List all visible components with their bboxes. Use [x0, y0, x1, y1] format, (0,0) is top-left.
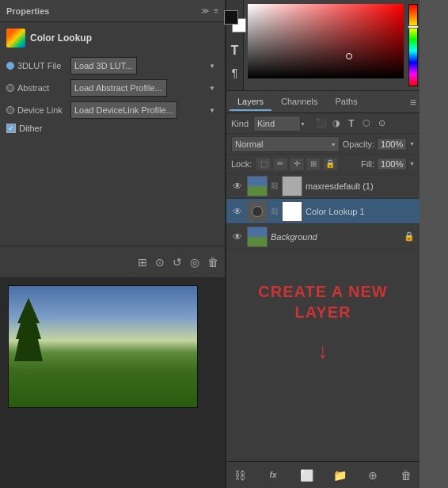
layer-mask-thumbnail	[282, 176, 302, 196]
3dlut-select[interactable]: Load 3D LUT...	[70, 57, 137, 74]
layers-tabs: Layers Channels Paths ≡	[226, 91, 420, 113]
layer-row[interactable]: 👁 ⛓ maxresdefault (1)	[226, 173, 420, 199]
lock-artboards-icon[interactable]: ⊞	[306, 158, 321, 170]
fill-arrow-icon[interactable]: ▼	[409, 161, 415, 166]
opacity-value[interactable]: 100%	[377, 138, 407, 151]
layer-visibility-toggle[interactable]: 👁	[231, 231, 244, 243]
layer-thumbnail	[247, 201, 268, 222]
smart-object-filter-icon[interactable]: ⊙	[375, 117, 388, 130]
fg-bg-squares[interactable]	[224, 10, 246, 32]
type-tool-icon[interactable]: T	[227, 43, 243, 59]
adjustment-filter-icon[interactable]: ◑	[330, 117, 343, 130]
tab-channels[interactable]: Channels	[273, 93, 325, 111]
abstract-label[interactable]: Abstract	[6, 83, 66, 93]
trash-icon[interactable]: 🗑	[207, 256, 218, 269]
layers-panel-menu-icon[interactable]: ≡	[410, 96, 416, 109]
layer-name: Color Lookup 1	[306, 207, 415, 216]
layers-panel: Layers Channels Paths ≡ Kind Kind ⬛ ◑ T …	[226, 91, 420, 488]
fill-value[interactable]: 100%	[377, 158, 407, 170]
lock-position-icon[interactable]: ✛	[290, 158, 304, 170]
blend-select-wrapper[interactable]: Normal	[231, 136, 340, 152]
devicelink-label[interactable]: Device Link	[6, 105, 66, 115]
panel-header-controls: ≫ ≡	[201, 6, 218, 15]
hue-slider[interactable]	[408, 25, 419, 29]
stamp-icon[interactable]: ⊞	[138, 256, 147, 269]
hue-saturation-box[interactable]	[248, 4, 404, 78]
abstract-select[interactable]: Load Abstract Profile...	[70, 79, 167, 97]
color-lookup-title: Color Lookup	[30, 32, 92, 44]
undo-icon[interactable]: ↺	[173, 256, 182, 269]
reset-icon[interactable]: ⊙	[155, 256, 165, 269]
lock-all-icon[interactable]: 🔒	[323, 158, 337, 170]
tab-paths[interactable]: Paths	[328, 93, 366, 111]
abstract-radio[interactable]	[6, 84, 14, 92]
right-tools: T ¶	[226, 0, 244, 90]
layer-row[interactable]: 👁 Background 🔒	[226, 224, 420, 250]
lock-pixels-icon[interactable]: ⬚	[256, 158, 271, 170]
color-picker-dot[interactable]	[346, 53, 352, 59]
panel-title: Properties	[6, 6, 49, 16]
layer-thumbnail-content	[248, 177, 267, 196]
devicelink-select-wrapper[interactable]: Load DeviceLink Profile...	[70, 101, 218, 119]
layer-effects-icon[interactable]: fx	[266, 468, 280, 482]
eye-icon[interactable]: ◎	[190, 256, 199, 269]
layers-bottom-toolbar: ⛓ fx ⬜ 📁 ⊕ 🗑	[226, 461, 420, 488]
expand-icon[interactable]: ≫	[201, 6, 209, 15]
blend-select[interactable]: Normal	[231, 136, 340, 152]
layer-thumbnail	[247, 176, 268, 196]
fill-group: Fill: 100% ▼	[361, 158, 415, 170]
preview-image	[8, 285, 198, 408]
devicelink-radio[interactable]	[6, 106, 14, 114]
menu-icon[interactable]: ≡	[214, 6, 218, 15]
devicelink-select[interactable]: Load DeviceLink Profile...	[70, 101, 177, 119]
create-layer-text: CREATE A NEW LAYER	[226, 265, 420, 338]
dither-checkbox[interactable]: ✓	[6, 124, 16, 133]
opacity-label: Opacity:	[343, 139, 374, 149]
properties-bottom-toolbar: ⊞ ⊙ ↺ ◎ 🗑	[0, 246, 225, 277]
layer-visibility-toggle[interactable]: 👁	[231, 180, 244, 193]
foreground-background-colors	[219, 6, 251, 36]
vector-filter-icon[interactable]: ⬡	[360, 117, 373, 130]
color-picker-area: T ¶	[226, 0, 420, 91]
dither-row: ✓ Dither	[6, 124, 218, 133]
landscape-preview	[9, 286, 197, 407]
link-layers-icon[interactable]: ⛓	[233, 468, 247, 482]
abstract-select-wrapper[interactable]: Load Abstract Profile...	[70, 79, 218, 97]
create-group-icon[interactable]: 📁	[332, 468, 347, 482]
properties-panel: Properties ≫ ≡ Color Lookup 3DLUT File L…	[0, 0, 226, 488]
layer-name: maxresdefault (1)	[306, 181, 415, 191]
color-lookup-icon	[6, 29, 25, 48]
layer-link-icon[interactable]: ⛓	[271, 180, 279, 193]
layer-lock-indicator: 🔒	[404, 231, 415, 242]
pixel-filter-icon[interactable]: ⬛	[315, 117, 328, 130]
layer-row[interactable]: 👁 ⛓ Color Lookup 1	[226, 199, 420, 224]
layers-tabs-left: Layers Channels Paths	[230, 93, 366, 111]
checkmark-icon: ✓	[8, 125, 14, 132]
type-filter-icon[interactable]: T	[345, 117, 358, 130]
layer-link-icon[interactable]: ⛓	[271, 205, 279, 218]
foreground-color-swatch[interactable]	[224, 10, 238, 25]
kind-select[interactable]: Kind	[253, 116, 301, 132]
3dlut-radio[interactable]	[6, 62, 14, 70]
new-layer-icon[interactable]: ⊕	[366, 468, 380, 482]
blend-row: Normal Opacity: 100% ▼	[226, 134, 420, 154]
paragraph-tool-icon[interactable]: ¶	[227, 65, 243, 81]
lock-image-icon[interactable]: ✏	[273, 158, 287, 170]
3dlut-select-wrapper[interactable]: Load 3D LUT...	[70, 57, 218, 74]
layer-visibility-toggle[interactable]: 👁	[231, 205, 244, 218]
create-layer-arrow: ↓	[226, 338, 420, 364]
tab-layers[interactable]: Layers	[230, 93, 271, 111]
layer-list: 👁 ⛓ maxresdefault (1) 👁 ⛓ Color Look	[226, 173, 420, 461]
add-mask-icon[interactable]: ⬜	[299, 468, 313, 482]
kind-select-wrapper[interactable]: Kind	[253, 116, 309, 132]
hue-bar[interactable]	[408, 4, 418, 86]
right-panel: T ¶ Layers Channels Paths ≡ Kind	[226, 0, 420, 488]
properties-body: Color Lookup 3DLUT File Load 3D LUT... A…	[0, 22, 225, 246]
opacity-arrow-icon[interactable]: ▼	[409, 141, 415, 147]
opacity-group: Opacity: 100% ▼	[343, 138, 415, 151]
3dlut-label[interactable]: 3DLUT File	[6, 61, 66, 71]
delete-layer-icon[interactable]: 🗑	[399, 468, 413, 482]
kind-label: Kind	[231, 119, 249, 128]
fill-label: Fill:	[361, 159, 374, 169]
preview-area	[0, 277, 225, 488]
